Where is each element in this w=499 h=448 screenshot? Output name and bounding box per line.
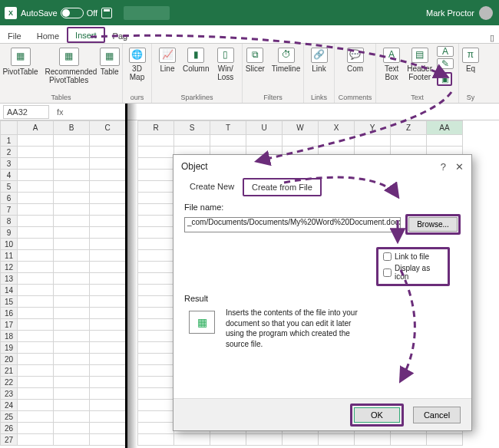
row-header[interactable]: 7 <box>1 204 18 216</box>
row-header[interactable]: 24 <box>1 400 18 411</box>
cell[interactable] <box>54 181 90 193</box>
cell[interactable] <box>90 423 126 434</box>
cell[interactable] <box>54 216 90 227</box>
file-name-input[interactable]: _com/Documents/Documents/My%20Word%20Doc… <box>184 217 401 232</box>
comment-button[interactable]: 💬Com <box>345 46 366 74</box>
row-header[interactable]: 4 <box>1 170 18 181</box>
cell[interactable] <box>90 170 126 181</box>
cell[interactable] <box>90 365 126 377</box>
cell[interactable] <box>138 250 174 262</box>
cell[interactable] <box>138 193 174 204</box>
cell[interactable] <box>138 216 174 227</box>
cell[interactable] <box>90 216 126 227</box>
wordart-icon[interactable]: A <box>437 46 454 57</box>
pivottable-button[interactable]: ▦PivotTable <box>0 46 40 77</box>
cell[interactable] <box>138 296 174 308</box>
cell[interactable] <box>90 296 126 308</box>
column-header[interactable]: A <box>18 121 54 135</box>
cell[interactable] <box>54 285 90 296</box>
cell[interactable] <box>54 434 90 446</box>
cell[interactable] <box>90 181 126 193</box>
cell[interactable] <box>54 423 90 434</box>
column-header[interactable]: B <box>54 121 90 135</box>
cell[interactable] <box>18 400 54 411</box>
browse-button[interactable]: Browse... <box>408 217 458 232</box>
column-header[interactable]: Z <box>391 121 427 135</box>
link-button[interactable]: 🔗Link <box>309 46 330 74</box>
cell[interactable] <box>90 227 126 239</box>
tab-file[interactable]: File <box>0 28 29 43</box>
cell[interactable] <box>246 135 283 147</box>
cancel-button[interactable]: Cancel <box>413 407 461 423</box>
cell[interactable] <box>138 434 174 446</box>
cell[interactable] <box>18 216 54 227</box>
cell[interactable] <box>90 262 126 273</box>
cell[interactable] <box>90 135 126 147</box>
cell[interactable] <box>18 181 54 193</box>
cell[interactable] <box>138 135 174 147</box>
cell[interactable] <box>138 423 174 434</box>
cell[interactable] <box>18 250 54 262</box>
column-header[interactable]: C <box>90 121 126 135</box>
row-header[interactable]: 18 <box>1 331 18 342</box>
cell[interactable] <box>90 273 126 285</box>
cell[interactable] <box>90 331 126 342</box>
3dmap-button[interactable]: 🌐3D Map <box>127 46 148 83</box>
cell[interactable] <box>138 227 174 239</box>
table-button[interactable]: ▦Table <box>97 46 122 77</box>
row-header[interactable]: 17 <box>1 319 18 331</box>
fx-icon[interactable]: fx <box>52 107 68 117</box>
link-to-file-checkbox[interactable]: Link to file <box>383 252 443 261</box>
save-icon[interactable] <box>101 8 112 18</box>
cell[interactable] <box>174 434 210 446</box>
cell[interactable] <box>138 273 174 285</box>
cell[interactable] <box>54 377 90 388</box>
tab-pagelayout[interactable]: Pag <box>105 28 136 43</box>
row-header[interactable]: 20 <box>1 354 18 365</box>
sparkline-line-button[interactable]: 📈Line <box>157 46 178 74</box>
cell[interactable] <box>54 331 90 342</box>
row-header[interactable]: 25 <box>1 411 18 423</box>
slicer-button[interactable]: ⧉Slicer <box>243 46 267 74</box>
avatar[interactable] <box>479 6 493 20</box>
row-header[interactable]: 9 <box>1 227 18 239</box>
cell[interactable] <box>138 400 174 411</box>
cell[interactable] <box>90 319 126 331</box>
cell[interactable] <box>54 158 90 170</box>
row-header[interactable]: 8 <box>1 216 18 227</box>
cell[interactable] <box>18 388 54 400</box>
display-as-icon-checkbox[interactable]: Display as icon <box>383 264 443 281</box>
column-header[interactable]: Y <box>355 121 391 135</box>
cell[interactable] <box>18 285 54 296</box>
cell[interactable] <box>355 434 391 446</box>
cell[interactable] <box>18 135 54 147</box>
row-header[interactable]: 3 <box>1 158 18 170</box>
cell[interactable] <box>391 434 427 446</box>
row-header[interactable]: 21 <box>1 365 18 377</box>
cell[interactable] <box>138 170 174 181</box>
cell[interactable] <box>18 158 54 170</box>
cell[interactable] <box>90 158 126 170</box>
cell[interactable] <box>90 250 126 262</box>
cell[interactable] <box>18 365 54 377</box>
textbox-button[interactable]: AText Box <box>381 46 402 83</box>
cell[interactable] <box>54 227 90 239</box>
sparkline-column-button[interactable]: ▮Column <box>180 46 211 74</box>
cell[interactable] <box>246 434 283 446</box>
row-header[interactable]: 26 <box>1 423 18 434</box>
name-box[interactable]: AA32 <box>3 105 49 119</box>
signature-icon[interactable]: ✎ <box>437 58 454 69</box>
column-header[interactable]: W <box>283 121 319 135</box>
row-header[interactable]: 6 <box>1 193 18 204</box>
cell[interactable] <box>18 239 54 250</box>
cell[interactable] <box>54 204 90 216</box>
column-header[interactable]: T <box>210 121 246 135</box>
cell[interactable] <box>54 273 90 285</box>
cell[interactable] <box>18 331 54 342</box>
cell[interactable] <box>138 147 174 158</box>
cell[interactable] <box>54 308 90 319</box>
cell[interactable] <box>138 342 174 354</box>
row-header[interactable]: 15 <box>1 296 18 308</box>
ribbon-collapse-icon[interactable]: ▯ <box>490 33 499 43</box>
cell[interactable] <box>174 135 210 147</box>
